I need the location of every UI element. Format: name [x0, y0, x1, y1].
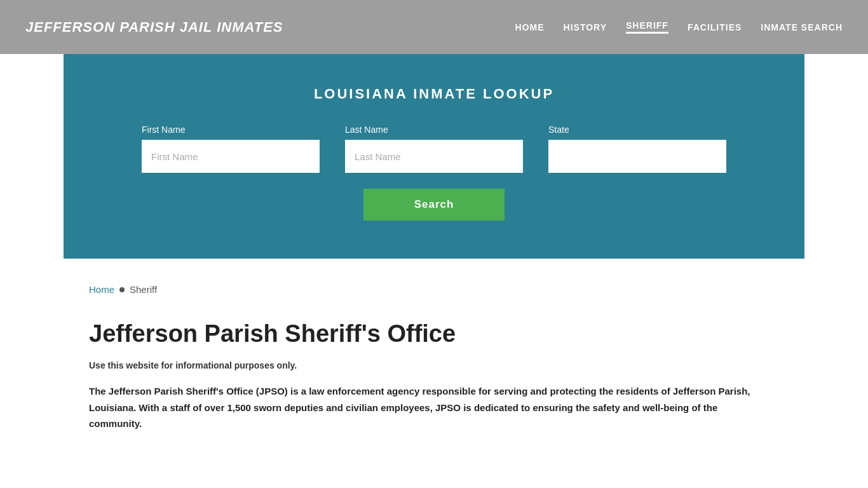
search-section-title: LOUISIANA INMATE LOOKUP: [89, 86, 779, 102]
nav-facilities[interactable]: FACILITIES: [688, 22, 742, 32]
breadcrumb: Home Sheriff: [89, 284, 779, 295]
state-label: State: [548, 125, 726, 135]
site-title: Jefferson Parish Jail Inmates: [25, 19, 283, 36]
nav-home[interactable]: HOME: [515, 22, 545, 32]
last-name-label: Last Name: [345, 125, 523, 135]
search-section: LOUISIANA INMATE LOOKUP First Name Last …: [64, 54, 804, 259]
state-group: State Louisiana: [548, 125, 726, 173]
last-name-input[interactable]: [345, 140, 523, 173]
description-text: The Jefferson Parish Sheriff's Office (J…: [89, 383, 756, 432]
first-name-label: First Name: [142, 125, 320, 135]
nav-history[interactable]: HISTORY: [564, 22, 607, 32]
breadcrumb-current: Sheriff: [130, 284, 157, 295]
breadcrumb-separator: [119, 287, 125, 292]
breadcrumb-home[interactable]: Home: [89, 284, 114, 295]
first-name-input[interactable]: [142, 140, 320, 173]
nav-sheriff[interactable]: SHERIFF: [626, 20, 668, 34]
main-nav: HOME HISTORY SHERIFF FACILITIES INMATE S…: [515, 20, 843, 34]
search-form: First Name Last Name State Louisiana Sea…: [89, 125, 779, 220]
nav-inmate-search[interactable]: INMATE SEARCH: [761, 22, 843, 32]
site-header: Jefferson Parish Jail Inmates HOME HISTO…: [0, 0, 868, 54]
page-heading: Jefferson Parish Sheriff's Office: [89, 320, 779, 348]
state-input[interactable]: Louisiana: [548, 140, 726, 173]
disclaimer-text: Use this website for informational purpo…: [89, 360, 779, 370]
form-fields: First Name Last Name State Louisiana: [89, 125, 779, 173]
last-name-group: Last Name: [345, 125, 523, 173]
first-name-group: First Name: [142, 125, 320, 173]
main-content: Home Sheriff Jefferson Parish Sheriff's …: [0, 259, 868, 458]
search-button[interactable]: Search: [363, 189, 505, 220]
